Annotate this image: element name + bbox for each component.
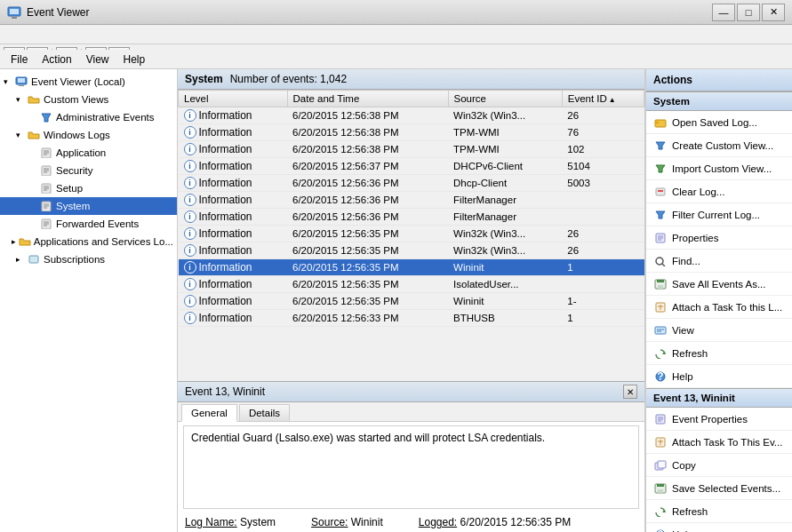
tree-item-event-viewer-local[interactable]: ▾Event Viewer (Local) [0,73,177,91]
action-label-find: Find... [672,256,700,266]
action-item-clear-log[interactable]: Clear Log... [646,180,792,203]
table-row[interactable]: i Information6/20/2015 12:56:33 PMBTHUSB… [179,310,644,327]
action-item-view[interactable]: View [646,319,792,342]
cell-source: DHCPv6-Client [448,158,562,175]
tree-item-system[interactable]: System [0,197,177,215]
tree-item-setup[interactable]: Setup [0,179,177,197]
svg-rect-2 [12,17,17,19]
tree-item-windows-logs[interactable]: ▾Windows Logs [0,126,177,144]
tree-item-security[interactable]: Security [0,162,177,179]
tree-item-apps-services[interactable]: ▸Applications and Services Lo... [0,233,177,250]
table-row[interactable]: i Information6/20/2015 12:56:35 PMWin32k… [179,226,644,242]
info-icon: i [184,143,196,155]
action-item-filter-current-log[interactable]: Filter Current Log... [646,203,792,226]
cell-eventid [562,192,644,209]
minimize-button[interactable]: — [712,4,735,21]
maximize-button[interactable]: □ [737,4,760,21]
action-item-refresh[interactable]: Refresh [646,342,792,365]
action-item-open-saved-log[interactable]: Open Saved Log... [646,111,792,134]
tree-icon-apps-services [19,234,31,249]
info-icon: i [184,295,196,307]
close-button[interactable]: ✕ [762,4,785,21]
action-item-refresh2[interactable]: Refresh [646,500,792,523]
table-row[interactable]: i Information6/20/2015 12:56:36 PMFilter… [179,192,644,209]
action-item-properties[interactable]: Properties [646,226,792,250]
table-row[interactable]: i Information6/20/2015 12:56:36 PMFilter… [179,209,644,226]
table-row[interactable]: i Information6/20/2015 12:56:35 PMWin32k… [179,242,644,259]
col-source[interactable]: Source [448,91,562,107]
action-item-attach-task-event[interactable]: Attach Task To This Ev... [646,431,792,454]
tree-item-subscriptions[interactable]: ▸Subscriptions [0,250,177,268]
cell-eventid: 102 [562,141,644,158]
action-item-help2[interactable]: ?Help [646,523,792,532]
svg-rect-5 [19,85,24,86]
tree-item-custom-views[interactable]: ▾Custom Views [0,91,177,108]
action-item-import-custom-view[interactable]: Import Custom View... [646,157,792,180]
cell-level: i Information [179,259,288,276]
action-item-help[interactable]: ?Help [646,365,792,388]
tab-details[interactable]: Details [239,404,290,421]
menu-item-help[interactable]: Help [116,50,153,68]
menu-item-file[interactable]: File [4,50,35,68]
action-item-copy[interactable]: Copy [646,454,792,477]
tree-arrow-custom-views: ▾ [16,95,27,104]
menu-item-action[interactable]: Action [35,50,78,68]
tree-item-forwarded-events[interactable]: Forwarded Events [0,215,177,233]
detail-close-button[interactable]: ✕ [623,385,637,399]
cell-source: IsolatedUser... [448,276,562,293]
table-row[interactable]: i Information6/20/2015 12:56:37 PMDHCPv6… [179,158,644,175]
cell-datetime: 6/20/2015 12:56:36 PM [287,192,448,209]
table-row[interactable]: i Information6/20/2015 12:56:35 PMWinini… [179,259,644,276]
action-label-clear-log: Clear Log... [672,187,724,197]
menu-item-view[interactable]: View [79,50,116,68]
action-item-find[interactable]: Find... [646,250,792,273]
col-level[interactable]: Level [179,91,288,107]
action-item-save-selected-events[interactable]: Save Selected Events... [646,477,792,500]
tab-general[interactable]: General [181,404,237,422]
events-table-container[interactable]: Level Date and Time Source Event ID▲ i I… [178,90,644,381]
detail-message: Credential Guard (Lsalso.exe) was starte… [191,432,545,444]
tree-item-application[interactable]: Application [0,144,177,162]
tree-arrow-windows-logs: ▾ [16,131,27,139]
table-row[interactable]: i Information6/20/2015 12:56:36 PMDhcp-C… [179,175,644,192]
cell-level: i Information [179,192,288,209]
find-icon [653,254,668,268]
cell-datetime: 6/20/2015 12:56:36 PM [287,175,448,192]
action-label-view: View [672,325,694,336]
tree-label-windows-logs: Windows Logs [44,130,110,140]
table-row[interactable]: i Information6/20/2015 12:56:38 PMTPM-WM… [179,141,644,158]
cell-source: Wininit [448,259,562,276]
svg-rect-47 [655,327,666,334]
action-item-event-properties[interactable]: Event Properties [646,408,792,431]
table-row[interactable]: i Information6/20/2015 12:56:38 PMTPM-WM… [179,124,644,141]
table-row[interactable]: i Information6/20/2015 12:56:38 PMWin32k… [179,107,644,124]
detail-title: Event 13, Wininit [185,385,265,398]
cell-datetime: 6/20/2015 12:56:33 PM [287,310,448,327]
help-icon: ? [653,528,668,533]
attach-icon [653,300,668,314]
cell-datetime: 6/20/2015 12:56:37 PM [287,158,448,175]
col-datetime[interactable]: Date and Time [287,91,448,107]
info-icon: i [184,109,196,122]
action-label-attach-task-event: Attach Task To This Ev... [672,437,782,448]
action-label-help: Help [672,371,693,382]
properties-icon [653,231,668,245]
action-label-refresh: Refresh [672,348,708,359]
table-row[interactable]: i Information6/20/2015 12:56:35 PMIsolat… [179,276,644,293]
svg-rect-4 [18,78,25,83]
logname-value: System [240,516,276,528]
events-title: System [185,73,223,85]
clear-icon [653,185,668,199]
source-label: Source: [311,516,348,528]
table-row[interactable]: i Information6/20/2015 12:56:35 PMWinini… [179,293,644,310]
action-item-save-all-events[interactable]: Save All Events As... [646,273,792,296]
action-item-attach-task[interactable]: Attach a Task To this L... [646,296,792,319]
tree-item-admin-events[interactable]: Administrative Events [0,108,177,126]
col-eventid[interactable]: Event ID▲ [562,91,644,107]
action-item-create-custom-view[interactable]: Create Custom View... [646,134,792,157]
info-icon: i [184,227,196,240]
cell-eventid: 26 [562,242,644,259]
events-table: Level Date and Time Source Event ID▲ i I… [178,90,644,327]
menu-bar-items: FileActionViewHelp [0,50,792,69]
cell-eventid: 1 [562,259,644,276]
